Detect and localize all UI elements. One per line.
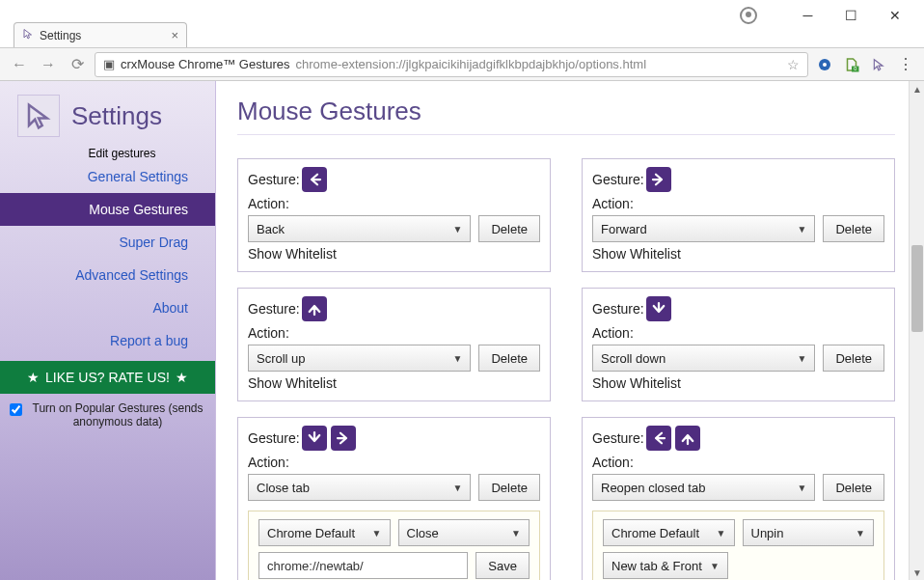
action-select[interactable]: Back▼ xyxy=(248,215,471,242)
scroll-down-arrow-icon[interactable]: ▼ xyxy=(910,565,924,580)
action-label: Action: xyxy=(592,455,634,470)
sub-select-b[interactable]: Unpin▼ xyxy=(743,519,875,546)
settings-sidebar: Settings Edit gestures General Settings … xyxy=(0,81,216,580)
action-select[interactable]: Close tab▼ xyxy=(248,474,471,501)
gesture-label: Gesture: xyxy=(248,172,300,187)
caret-down-icon: ▼ xyxy=(453,224,463,235)
select-value: Close tab xyxy=(257,481,310,495)
sub-select-b[interactable]: Close▼ xyxy=(398,519,530,546)
page-scrollbar[interactable]: ▲ ▼ xyxy=(909,81,924,580)
extension-crxmouse-icon[interactable] xyxy=(814,54,835,75)
window-minimize-button[interactable]: ─ xyxy=(786,1,829,30)
window-close-button[interactable]: ✕ xyxy=(873,1,916,30)
gesture-label: Gesture: xyxy=(248,301,300,317)
sidebar-item-label: About xyxy=(152,300,188,316)
browser-menu-button[interactable]: ⋮ xyxy=(895,54,916,75)
arrow-left-icon xyxy=(646,426,671,451)
delete-button[interactable]: Delete xyxy=(478,215,540,242)
scroll-thumb[interactable] xyxy=(911,245,923,332)
select-value: New tab & Front xyxy=(611,559,702,573)
extension-cursor-icon[interactable] xyxy=(868,54,889,75)
gesture-label: Gesture: xyxy=(248,430,300,446)
user-profile-icon[interactable] xyxy=(740,7,757,24)
action-label: Action: xyxy=(592,196,634,211)
input-value: chrome://newtab/ xyxy=(267,559,364,573)
select-value: Scroll down xyxy=(601,351,666,366)
action-select[interactable]: Scroll up▼ xyxy=(248,345,471,372)
sidebar-item-general-settings[interactable]: General Settings xyxy=(0,160,215,193)
nav-back-button[interactable]: ← xyxy=(8,53,31,76)
show-whitelist-link[interactable]: Show Whitelist xyxy=(248,375,540,391)
sidebar-item-super-drag[interactable]: Super Drag xyxy=(0,226,215,259)
delete-button[interactable]: Delete xyxy=(823,474,884,501)
nav-forward-button[interactable]: → xyxy=(37,53,60,76)
cursor-arrow-icon xyxy=(22,28,34,42)
show-whitelist-link[interactable]: Show Whitelist xyxy=(248,246,540,262)
arrow-down-icon xyxy=(646,296,671,321)
select-value: Chrome Default xyxy=(267,526,355,540)
browser-tab[interactable]: Settings × xyxy=(14,22,187,47)
gesture-card: Gesture: Action: Scroll down▼ Delete Sho… xyxy=(582,288,895,401)
action-label: Action: xyxy=(248,325,289,341)
tab-title: Settings xyxy=(40,29,81,42)
tab-strip: Settings × xyxy=(0,31,924,48)
show-whitelist-link[interactable]: Show Whitelist xyxy=(592,375,884,391)
action-select[interactable]: Scroll down▼ xyxy=(592,345,815,372)
scroll-up-arrow-icon[interactable]: ▲ xyxy=(910,81,924,97)
sidebar-item-about[interactable]: About xyxy=(0,291,215,324)
sidebar-item-label: Advanced Settings xyxy=(75,267,188,283)
select-value: Reopen closed tab xyxy=(601,481,705,495)
window-maximize-button[interactable]: ☐ xyxy=(829,1,873,30)
address-url: chrome-extension://jlgkpaicikihijadgifkl… xyxy=(296,57,646,71)
sub-select-a[interactable]: Chrome Default▼ xyxy=(603,519,735,546)
gesture-subcard: Chrome Default▼ Unpin▼ New tab & Front▼ xyxy=(592,511,884,580)
rate-label: LIKE US? RATE US! xyxy=(45,370,170,385)
gesture-card: Gesture: Action: Forward▼ Delete Show Wh… xyxy=(582,158,895,272)
gesture-label: Gesture: xyxy=(592,301,644,317)
action-label: Action: xyxy=(592,325,634,341)
select-value: Unpin xyxy=(751,526,784,540)
caret-down-icon: ▼ xyxy=(710,561,720,571)
address-bar[interactable]: ▣ crxMouse Chrome™ Gestures chrome-exten… xyxy=(95,52,808,77)
sub-select-a[interactable]: Chrome Default▼ xyxy=(258,519,391,546)
action-select[interactable]: Forward▼ xyxy=(592,215,815,242)
arrow-left-icon xyxy=(302,167,327,192)
sidebar-header: Settings xyxy=(0,81,215,145)
sidebar-item-report-bug[interactable]: Report a bug xyxy=(0,324,215,357)
arrow-right-icon xyxy=(331,426,356,451)
caret-down-icon: ▼ xyxy=(856,528,865,539)
gesture-card: Gesture: Action: Back▼ Delete Show White… xyxy=(237,158,551,272)
sidebar-item-advanced-settings[interactable]: Advanced Settings xyxy=(0,259,215,291)
nav-reload-button[interactable]: ⟳ xyxy=(66,53,89,76)
sidebar-item-label: Report a bug xyxy=(110,333,188,348)
caret-down-icon: ▼ xyxy=(798,353,807,364)
caret-down-icon: ▼ xyxy=(798,224,807,235)
tab-close-icon[interactable]: × xyxy=(171,28,178,42)
caret-down-icon: ▼ xyxy=(511,528,521,539)
extension-badge-icon[interactable]: 0 xyxy=(841,54,862,75)
popular-gestures-checkbox[interactable] xyxy=(10,403,22,416)
delete-button[interactable]: Delete xyxy=(823,215,884,242)
bookmark-star-icon[interactable]: ☆ xyxy=(787,57,800,72)
page-viewport: Settings Edit gestures General Settings … xyxy=(0,81,924,580)
sub-select-c[interactable]: New tab & Front▼ xyxy=(603,552,728,579)
star-icon: ★ xyxy=(27,370,40,385)
delete-button[interactable]: Delete xyxy=(478,345,540,372)
select-value: Chrome Default xyxy=(611,526,699,540)
delete-button[interactable]: Delete xyxy=(478,474,540,501)
caret-down-icon: ▼ xyxy=(453,483,463,493)
sidebar-item-mouse-gestures[interactable]: Mouse Gestures xyxy=(0,193,215,226)
gesture-grid: Gesture: Action: Back▼ Delete Show White… xyxy=(237,158,895,580)
sidebar-title: Settings xyxy=(71,101,162,131)
extension-page-icon: ▣ xyxy=(103,57,115,71)
action-select[interactable]: Reopen closed tab▼ xyxy=(592,474,815,501)
sub-url-input[interactable]: chrome://newtab/ xyxy=(258,552,468,579)
svg-text:0: 0 xyxy=(854,66,856,71)
gesture-label: Gesture: xyxy=(592,430,644,446)
show-whitelist-link[interactable]: Show Whitelist xyxy=(592,246,884,262)
delete-button[interactable]: Delete xyxy=(823,345,884,372)
caret-down-icon: ▼ xyxy=(453,353,463,364)
rate-us-banner[interactable]: ★ LIKE US? RATE US! ★ xyxy=(0,361,215,394)
arrow-up-icon xyxy=(675,426,700,451)
save-button[interactable]: Save xyxy=(476,552,530,579)
